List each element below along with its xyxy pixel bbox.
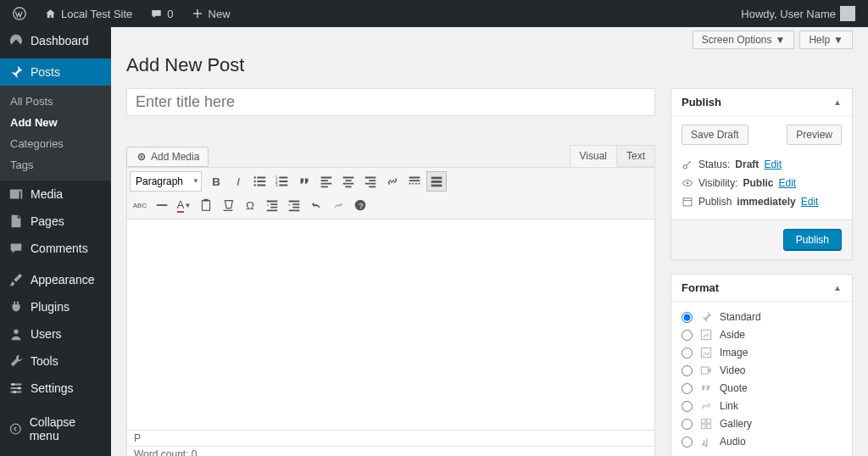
publish-button[interactable]: Publish	[783, 229, 842, 251]
number-list-button[interactable]: 123	[272, 171, 292, 192]
edit-visibility-link[interactable]: Edit	[778, 177, 796, 189]
screen-options-button[interactable]: Screen Options ▼	[693, 31, 795, 49]
blockquote-button[interactable]	[294, 171, 314, 192]
format-option-quote[interactable]: Quote	[682, 381, 842, 395]
svg-rect-17	[203, 199, 208, 202]
format-radio[interactable]	[682, 330, 693, 341]
sidebar-item-label: Tools	[31, 354, 58, 368]
bullet-list-button[interactable]	[250, 171, 270, 192]
format-option-aside[interactable]: Aside	[682, 328, 842, 342]
sidebar-item-label: Comments	[31, 242, 88, 255]
svg-point-5	[10, 424, 20, 434]
text-color-button[interactable]: A ▼	[174, 195, 194, 215]
publish-box-header[interactable]: Publish ▲	[671, 89, 852, 116]
help-button-toolbar[interactable]: ?	[350, 195, 370, 215]
format-radio[interactable]	[682, 401, 693, 412]
format-option-gallery[interactable]: Gallery	[682, 417, 842, 431]
format-box-header[interactable]: Format ▲	[671, 275, 852, 302]
editor-tab-visual[interactable]: Visual	[570, 145, 617, 167]
italic-button[interactable]: I	[228, 171, 248, 192]
format-select[interactable]: Paragraph	[130, 171, 202, 192]
paste-text-button[interactable]	[196, 195, 216, 215]
sidebar-item-media[interactable]: Media	[0, 181, 111, 208]
media-icon	[136, 151, 147, 163]
edit-status-link[interactable]: Edit	[764, 158, 782, 170]
format-option-standard[interactable]: Standard	[682, 310, 842, 324]
align-center-button[interactable]	[338, 171, 359, 192]
save-draft-button[interactable]: Save Draft	[682, 125, 748, 145]
comments-link[interactable]: 0	[143, 7, 179, 20]
insert-more-button[interactable]	[404, 171, 425, 192]
format-option-image[interactable]: Image	[682, 346, 842, 359]
chevron-down-icon: ▼	[833, 34, 843, 46]
format-radio[interactable]	[682, 383, 693, 394]
sidebar-item-posts[interactable]: Posts	[0, 58, 111, 86]
format-option-link[interactable]: Link	[682, 399, 842, 413]
link-button[interactable]	[382, 171, 403, 192]
wp-logo-menu[interactable]	[7, 7, 32, 20]
post-title-input[interactable]	[126, 88, 655, 116]
undo-button[interactable]	[306, 195, 326, 215]
preview-button[interactable]: Preview	[787, 125, 842, 145]
svg-rect-14	[431, 181, 442, 183]
submenu-add-new[interactable]: Add New	[0, 112, 111, 133]
format-option-label: Video	[720, 364, 745, 376]
site-name: Local Test Site	[61, 8, 132, 20]
submenu-tags[interactable]: Tags	[0, 154, 111, 175]
site-link[interactable]: Local Test Site	[37, 7, 138, 20]
svg-rect-22	[683, 198, 692, 206]
sidebar-item-dashboard[interactable]: Dashboard	[0, 27, 111, 54]
indent-button[interactable]	[284, 195, 304, 215]
format-radio[interactable]	[682, 348, 693, 359]
format-option-label: Link	[720, 400, 738, 412]
brush-icon	[8, 272, 24, 287]
format-option-audio[interactable]: Audio	[682, 435, 842, 448]
hr-button[interactable]	[152, 195, 172, 215]
sidebar-item-pages[interactable]: Pages	[0, 208, 111, 235]
format-option-video[interactable]: Video	[682, 364, 842, 377]
svg-point-31	[704, 444, 707, 447]
format-radio[interactable]	[682, 419, 693, 430]
submenu-categories[interactable]: Categories	[0, 133, 111, 154]
strikethrough-button[interactable]: ABC	[130, 195, 150, 215]
pin-icon	[8, 64, 24, 80]
admin-bar: Local Test Site 0 New Howdy, User Name	[0, 0, 868, 27]
help-button[interactable]: Help ▼	[799, 31, 853, 49]
collapse-menu[interactable]: Collapse menu	[0, 409, 111, 448]
svg-point-2	[12, 383, 15, 386]
sidebar-item-tools[interactable]: Tools	[0, 348, 111, 375]
publish-box: Publish ▲ Save Draft Preview Status: Dra…	[670, 88, 853, 260]
sidebar-item-comments[interactable]: Comments	[0, 235, 111, 262]
format-box: Format ▲ StandardAsideImageVideoQuoteLin…	[670, 274, 853, 456]
sidebar-item-settings[interactable]: Settings	[0, 375, 111, 402]
howdy-text: Howdy, User Name	[741, 8, 836, 20]
schedule-value: immediately	[737, 196, 795, 208]
svg-point-9	[254, 184, 256, 186]
audio-format-icon	[699, 435, 713, 448]
format-radio[interactable]	[682, 365, 693, 376]
new-content-link[interactable]: New	[185, 7, 236, 20]
submenu-all-posts[interactable]: All Posts	[0, 91, 111, 112]
clear-format-button[interactable]	[218, 195, 238, 215]
add-media-button[interactable]: Add Media	[126, 147, 209, 167]
bold-button[interactable]: B	[206, 171, 226, 192]
format-radio[interactable]	[682, 312, 693, 323]
align-left-button[interactable]	[316, 171, 337, 192]
account-link[interactable]: Howdy, User Name	[735, 6, 861, 21]
redo-button[interactable]	[328, 195, 348, 215]
comment-count: 0	[167, 8, 173, 20]
sidebar-item-plugins[interactable]: Plugins	[0, 293, 111, 320]
editor-tab-text[interactable]: Text	[617, 145, 655, 167]
format-radio[interactable]	[682, 437, 693, 448]
edit-schedule-link[interactable]: Edit	[801, 196, 819, 208]
special-char-button[interactable]: Ω	[240, 195, 260, 215]
sidebar-item-users[interactable]: Users	[0, 320, 111, 348]
sidebar-item-appearance[interactable]: Appearance	[0, 266, 111, 293]
svg-point-3	[18, 386, 21, 390]
toolbar-toggle-button[interactable]	[426, 171, 447, 192]
svg-rect-27	[707, 419, 711, 423]
outdent-button[interactable]	[262, 195, 282, 215]
align-right-button[interactable]	[360, 171, 381, 192]
editor-content-area[interactable]	[126, 219, 655, 431]
svg-point-4	[13, 391, 16, 394]
